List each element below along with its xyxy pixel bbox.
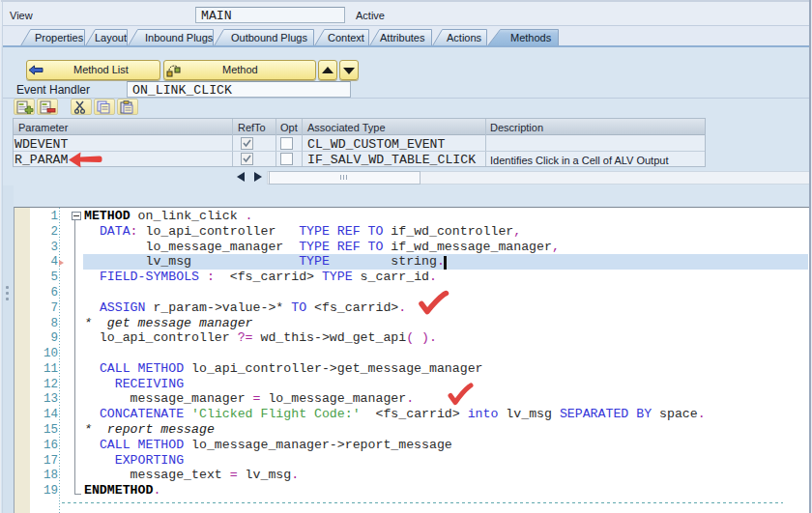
svg-text:Attributes: Attributes	[380, 32, 425, 43]
svg-text:Outbound Plugs: Outbound Plugs	[231, 32, 307, 43]
svg-text:Methods: Methods	[510, 32, 552, 43]
svg-text:Actions: Actions	[447, 32, 482, 43]
svg-text:Inbound Plugs: Inbound Plugs	[145, 32, 214, 43]
svg-text:Properties: Properties	[35, 32, 84, 43]
svg-text:Context: Context	[328, 32, 364, 43]
svg-text:Layout: Layout	[95, 32, 127, 43]
